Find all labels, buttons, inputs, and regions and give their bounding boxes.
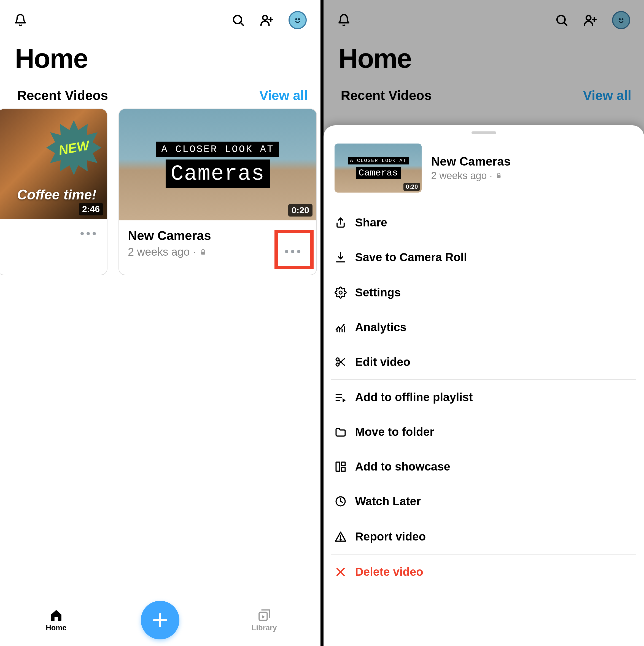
add-person-icon[interactable] [260, 13, 274, 27]
showcase-icon [335, 461, 347, 473]
share-icon [335, 217, 347, 229]
header [0, 0, 320, 32]
fab-add[interactable] [141, 601, 179, 639]
more-icon[interactable] [81, 232, 96, 235]
close-icon [335, 566, 347, 578]
folder-icon [335, 426, 347, 438]
svg-line-1 [240, 22, 243, 25]
header [324, 0, 644, 32]
svg-rect-36 [342, 462, 345, 466]
tab-library[interactable]: Library [237, 608, 292, 632]
duration-badge: 2:46 [79, 203, 103, 215]
video-thumbnail[interactable]: NEW Coffee time! 2:46 [0, 109, 107, 219]
sheet-thumbnail: A CLOSER LOOK AT Cameras 0:20 [335, 143, 422, 193]
highlight-box [274, 230, 313, 269]
svg-rect-20 [497, 175, 500, 178]
svg-point-19 [622, 19, 623, 19]
svg-marker-12 [262, 615, 265, 619]
warning-icon [335, 531, 347, 543]
action-sheet: A CLOSER LOOK AT Cameras 0:20 New Camera… [324, 125, 644, 646]
playlist-icon [335, 391, 347, 403]
svg-rect-8 [201, 251, 205, 254]
sheet-subtitle: 2 weeks ago · [431, 170, 511, 182]
gear-icon [335, 287, 347, 299]
view-all-link[interactable]: View all [583, 88, 631, 103]
sheet-header: A CLOSER LOOK AT Cameras 0:20 New Camera… [324, 143, 644, 205]
sheet-item-delete[interactable]: Delete video [324, 554, 644, 589]
coffee-overlay-text: Coffee time! [17, 187, 96, 203]
svg-rect-35 [336, 462, 340, 471]
section-title: Recent Videos [17, 88, 108, 103]
svg-line-14 [564, 22, 567, 25]
sheet-item-showcase[interactable]: Add to showcase [324, 449, 644, 484]
bell-icon[interactable] [14, 13, 27, 27]
sheet-item-share[interactable]: Share [324, 205, 644, 240]
sheet-item-save[interactable]: Save to Camera Roll [324, 240, 644, 275]
svg-point-6 [298, 19, 299, 19]
video-card-1[interactable]: A CLOSER LOOK AT Cameras 0:20 New Camera… [118, 109, 317, 275]
tab-bar: Home Library [0, 594, 320, 646]
scissors-icon [335, 356, 347, 368]
thumbnail-overlay-text: A CLOSER LOOK AT Cameras [156, 140, 279, 189]
download-icon [335, 251, 347, 263]
search-icon[interactable] [231, 13, 245, 27]
page-title: Home [324, 32, 644, 80]
bell-icon[interactable] [337, 13, 351, 27]
right-pane: Home Recent Videos View all A CLOSER LOO… [324, 0, 644, 646]
video-card-0[interactable]: NEW Coffee time! 2:46 [0, 109, 107, 275]
sheet-grabber[interactable] [471, 131, 496, 134]
video-thumbnail[interactable]: A CLOSER LOOK AT Cameras 0:20 [119, 109, 316, 220]
svg-point-2 [263, 15, 267, 20]
avatar[interactable] [612, 11, 630, 29]
add-person-icon[interactable] [583, 13, 597, 27]
analytics-icon [335, 321, 347, 333]
view-all-link[interactable]: View all [259, 88, 307, 103]
clock-icon [335, 495, 347, 508]
avatar[interactable] [288, 11, 307, 29]
lock-icon [495, 172, 503, 180]
svg-point-40 [340, 539, 342, 540]
svg-point-5 [296, 19, 296, 19]
search-icon[interactable] [555, 13, 568, 27]
sheet-item-folder[interactable]: Move to folder [324, 415, 644, 449]
duration-badge: 0:20 [288, 204, 312, 217]
left-pane: Home Recent Videos View all NEW Coffee t… [0, 0, 320, 646]
sheet-title: New Cameras [431, 154, 511, 168]
cards-row: NEW Coffee time! 2:46 A CLOSER LOOK AT [0, 109, 320, 275]
sheet-item-analytics[interactable]: Analytics [324, 310, 644, 345]
page-title: Home [0, 32, 320, 80]
svg-point-15 [586, 15, 591, 20]
new-badge: NEW [46, 120, 101, 175]
sheet-item-edit[interactable]: Edit video [324, 345, 644, 379]
sheet-item-report[interactable]: Report video [324, 519, 644, 554]
section-title: Recent Videos [341, 88, 432, 103]
svg-marker-34 [343, 398, 346, 403]
svg-rect-37 [342, 468, 345, 471]
sheet-item-watchlater[interactable]: Watch Later [324, 484, 644, 519]
lock-icon [199, 248, 207, 256]
sheet-item-offline[interactable]: Add to offline playlist [324, 380, 644, 415]
svg-point-22 [339, 291, 342, 294]
svg-point-18 [619, 19, 620, 19]
sheet-item-settings[interactable]: Settings [324, 275, 644, 310]
tab-home[interactable]: Home [29, 608, 84, 632]
